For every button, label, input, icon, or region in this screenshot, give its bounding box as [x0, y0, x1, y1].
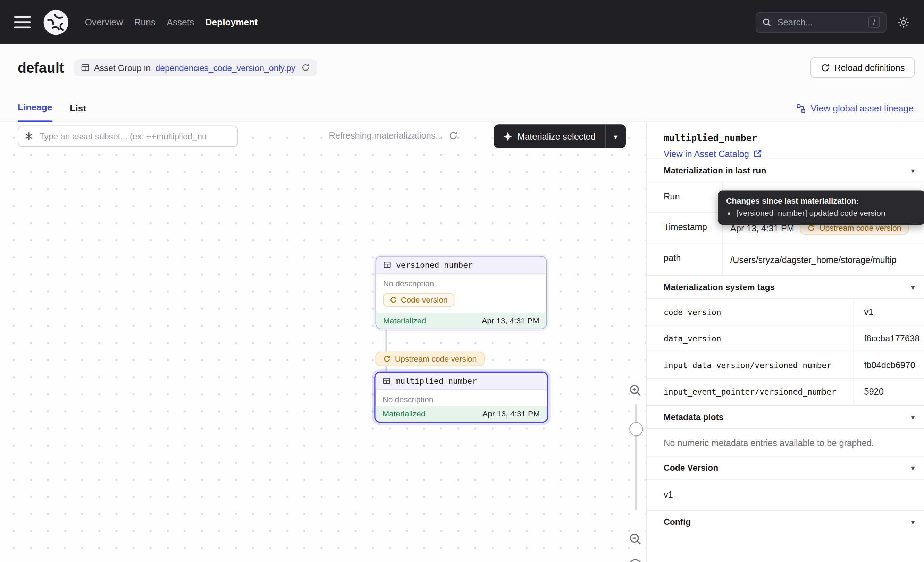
- path-link[interactable]: /Users/sryza/dagster_home/storage/multip: [730, 255, 896, 264]
- collapse-caret-icon[interactable]: [911, 463, 915, 472]
- tag-row: input_data_version/versioned_number fb04…: [646, 352, 924, 379]
- zoom-slider-thumb[interactable]: [629, 422, 643, 436]
- section-title: Materialization system tags: [664, 283, 775, 292]
- asset-group-chip: Asset Group in dependencies_code_version…: [74, 59, 317, 76]
- refresh-icon[interactable]: [449, 131, 458, 140]
- node-timestamp: Apr 13, 4:31 PM: [483, 409, 540, 418]
- tag-key: input_data_version/versioned_number: [646, 352, 854, 378]
- grid-icon: [81, 63, 89, 72]
- section-title: Config: [664, 517, 691, 527]
- view-in-asset-catalog-label: View in Asset Catalog: [664, 149, 749, 159]
- tag-value: fb04dcb6970: [854, 352, 924, 378]
- changes-tooltip: Changes since last materialization: [ver…: [718, 190, 924, 224]
- materialize-dropdown-caret[interactable]: [606, 124, 626, 148]
- section-system-tags[interactable]: Materialization system tags: [646, 275, 924, 298]
- tag-row: data_version f6ccba177638: [646, 326, 924, 352]
- sync-icon: [383, 355, 391, 363]
- node-description: No description: [376, 390, 547, 406]
- reload-definitions-label: Reload definitions: [834, 63, 904, 72]
- node-description: No description: [376, 274, 546, 290]
- panel-title: multiplied_number: [646, 122, 924, 143]
- asset-group-file-link[interactable]: dependencies_code_version_only.py: [156, 63, 296, 72]
- asset-details-panel: multiplied_number View in Asset Catalog …: [646, 122, 924, 562]
- view-global-asset-lineage-link[interactable]: View global asset lineage: [796, 103, 914, 122]
- view-global-asset-lineage-label: View global asset lineage: [810, 103, 914, 114]
- sync-icon: [808, 224, 815, 232]
- section-materialization-last-run[interactable]: Materialization in last run: [646, 159, 924, 182]
- node-status: Materialized: [383, 316, 426, 325]
- tag-key: input_event_pointer/versioned_number: [646, 379, 854, 405]
- row-label: path: [646, 243, 722, 275]
- search-shortcut-hint: /: [868, 17, 880, 28]
- code-version-value: v1: [646, 479, 924, 510]
- zoom-slider[interactable]: [635, 404, 637, 510]
- tooltip-item: [versioned_number] updated code version: [737, 209, 917, 218]
- empty-metadata-note: No numeric metadata entries available to…: [646, 428, 924, 456]
- app-window: Overview Runs Assets Deployment / defaul…: [0, 0, 924, 562]
- page-title: default: [18, 59, 64, 76]
- menu-icon[interactable]: [14, 16, 31, 29]
- materialize-selected-button[interactable]: Materialize selected: [494, 124, 626, 148]
- search-input[interactable]: [776, 17, 864, 28]
- collapse-caret-icon[interactable]: [911, 166, 915, 175]
- external-link-icon: [753, 149, 762, 158]
- tab-list[interactable]: List: [70, 103, 86, 122]
- lineage-graph[interactable]: Refreshing materializations... Materiali…: [0, 122, 646, 562]
- dagster-logo[interactable]: [42, 9, 69, 36]
- system-tags-table: code_version v1 data_version f6ccba17763…: [646, 298, 924, 405]
- tabs-row: Lineage List View global asset lineage: [0, 102, 924, 122]
- global-search[interactable]: /: [756, 12, 886, 33]
- asset-filter[interactable]: [18, 126, 238, 147]
- recenter-graph-button[interactable]: [626, 556, 645, 562]
- asset-node-multiplied-number[interactable]: multiplied_number No description Materia…: [374, 372, 548, 423]
- tooltip-title: Changes since last materialization:: [726, 196, 917, 205]
- materialize-selected-label: Materialize selected: [518, 131, 596, 141]
- collapse-caret-icon[interactable]: [911, 517, 915, 526]
- tag-row: input_event_pointer/versioned_number 592…: [646, 379, 924, 405]
- nav-item-assets[interactable]: Assets: [166, 13, 194, 31]
- zoom-in-button[interactable]: [627, 382, 644, 400]
- upstream-code-version-label: Upstream code version: [819, 224, 902, 232]
- node-name: multiplied_number: [395, 376, 477, 386]
- tag-value: f6ccba177638: [854, 326, 924, 352]
- tag-value: 5920: [854, 379, 924, 405]
- reload-group-icon[interactable]: [301, 63, 310, 72]
- row-label: Run: [646, 182, 722, 213]
- refresh-icon: [820, 63, 830, 72]
- asset-group-label: Asset Group in: [94, 63, 151, 72]
- collapse-caret-icon[interactable]: [911, 413, 915, 421]
- zoom-out-button[interactable]: [627, 530, 644, 548]
- section-metadata-plots[interactable]: Metadata plots: [646, 405, 924, 428]
- tab-lineage[interactable]: Lineage: [18, 102, 52, 122]
- section-title: Metadata plots: [664, 412, 723, 422]
- nav-item-overview[interactable]: Overview: [85, 13, 123, 31]
- node-timestamp: Apr 13, 4:31 PM: [482, 316, 539, 325]
- row-path: path /Users/sryza/dagster_home/storage/m…: [646, 243, 924, 275]
- asset-filter-input[interactable]: [38, 131, 231, 142]
- nav-item-runs[interactable]: Runs: [134, 13, 155, 31]
- search-icon: [762, 17, 772, 27]
- section-title: Code Version: [664, 463, 718, 472]
- page-header: default Asset Group in dependencies_code…: [0, 44, 924, 122]
- code-version-chip: Code version: [383, 293, 454, 307]
- tag-row: code_version v1: [646, 299, 924, 326]
- sparkle-icon: [503, 132, 512, 141]
- section-config[interactable]: Config: [646, 510, 924, 533]
- settings-gear-icon[interactable]: [897, 16, 910, 29]
- asset-node-versioned-number[interactable]: versioned_number No description Code ver…: [376, 256, 547, 329]
- node-name: versioned_number: [396, 260, 473, 269]
- edge-label: Upstream code version: [395, 354, 477, 363]
- primary-nav: Overview Runs Assets Deployment: [85, 13, 258, 31]
- view-in-asset-catalog-link[interactable]: View in Asset Catalog: [646, 143, 924, 159]
- top-nav: Overview Runs Assets Deployment /: [0, 0, 924, 44]
- zoom-controls: [625, 382, 646, 562]
- collapse-caret-icon[interactable]: [911, 283, 915, 292]
- nav-item-deployment[interactable]: Deployment: [205, 13, 258, 31]
- code-version-chip-label: Code version: [401, 296, 448, 304]
- section-code-version[interactable]: Code Version: [646, 456, 924, 479]
- tag-value: v1: [854, 299, 924, 325]
- table-icon: [383, 261, 392, 269]
- node-status: Materialized: [382, 409, 426, 418]
- reload-definitions-button[interactable]: Reload definitions: [810, 57, 915, 78]
- sync-icon: [390, 296, 397, 304]
